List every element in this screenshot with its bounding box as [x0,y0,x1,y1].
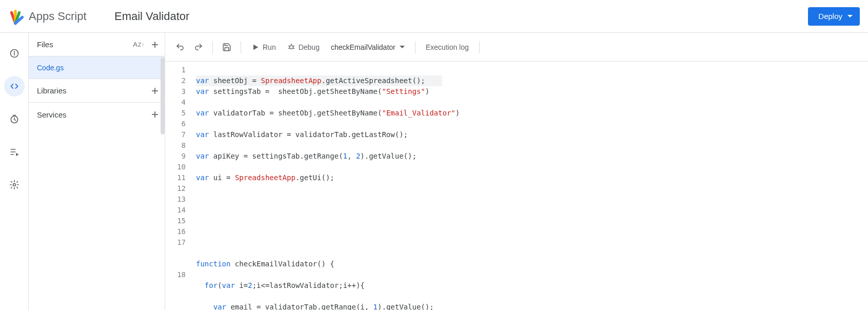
sort-az-icon: A [133,41,137,48]
line-number: 9 [165,151,186,162]
undo-icon [175,43,185,52]
redo-icon [194,43,203,52]
bug-icon [287,43,295,51]
line-number: 15 [165,216,186,226]
services-section-header: Services + [29,103,165,126]
function-select[interactable]: checkEmailValidator [326,38,410,56]
code-content[interactable]: var sheetObj = SpreadsheetApp.getActiveS… [193,65,868,310]
svg-point-3 [14,51,14,52]
chevron-down-icon [400,46,405,48]
add-library-button[interactable]: + [151,85,159,97]
toolbar-separator [415,41,416,53]
deploy-label: Deploy [818,12,842,21]
rail-overview[interactable] [4,43,25,64]
svg-marker-13 [253,44,258,50]
chevron-down-icon [847,15,853,17]
svg-line-17 [293,46,294,46]
svg-line-19 [293,48,294,48]
redo-button[interactable] [190,38,207,56]
svg-point-14 [289,45,293,49]
line-number: 8 [165,140,186,151]
execution-log-label: Execution log [426,43,469,51]
line-number: 12 [165,183,186,194]
info-icon [9,48,19,59]
line-number: 7 [165,129,186,140]
left-rail [0,33,29,310]
run-label: Run [263,43,276,51]
file-item-code-gs[interactable]: Code.gs [29,56,165,79]
debug-button[interactable]: Debug [282,38,325,56]
debug-label: Debug [299,43,320,51]
deploy-button[interactable]: Deploy [808,7,860,26]
add-service-button[interactable]: + [151,108,159,121]
product-name: Apps Script [29,10,87,23]
line-number [165,248,186,259]
svg-point-0 [14,22,16,24]
svg-marker-11 [16,153,18,157]
function-select-label: checkEmailValidator [331,43,396,51]
svg-line-18 [288,48,289,48]
libraries-section-header: Libraries + [29,79,165,103]
line-number: 17 [165,237,186,248]
line-number: 18 [165,269,186,280]
rail-editor[interactable] [4,76,25,96]
toolbar-separator [241,41,241,53]
rail-triggers[interactable] [4,109,25,129]
save-button[interactable] [218,38,235,56]
editor-toolbar: Run Debug checkEmailValidator Execution … [165,33,868,62]
files-section-header: Files AZ↓ + [29,33,165,56]
toolbar-separator [212,41,213,53]
line-gutter: 1 2 3 4 5 6 7 8 9 10 11 12 13 14 15 16 1… [165,65,193,310]
line-number: 5 [165,108,186,119]
code-icon [9,81,19,91]
logo-wrap: Apps Script [6,7,111,26]
libraries-label: Libraries [37,86,67,95]
line-number: 10 [165,162,186,172]
services-label: Services [37,110,67,119]
line-number: 16 [165,226,186,237]
sidebar-scrollbar-thumb[interactable] [161,57,165,134]
line-number [165,259,186,269]
file-sidebar: Files AZ↓ + Code.gs Libraries + Services… [29,33,165,310]
sort-files-button[interactable]: AZ↓ [133,41,144,48]
line-number: 3 [165,86,186,97]
clock-icon [9,114,19,124]
line-number: 1 [165,65,186,75]
execution-log-button[interactable]: Execution log [421,38,474,56]
svg-line-16 [288,46,289,46]
line-number: 11 [165,172,186,183]
line-number: 14 [165,205,186,216]
file-item-label: Code.gs [37,64,64,72]
gear-icon [9,180,19,190]
list-play-icon [9,147,19,157]
save-icon [222,43,231,52]
svg-line-6 [14,120,16,121]
files-label: Files [37,40,53,49]
run-button[interactable]: Run [246,38,281,56]
svg-point-12 [13,184,15,186]
undo-button[interactable] [171,38,189,56]
rail-executions[interactable] [4,142,25,162]
apps-script-logo-icon [6,7,25,26]
rail-settings[interactable] [4,175,25,195]
editor-pane: Run Debug checkEmailValidator Execution … [165,33,868,310]
toolbar-separator [479,41,480,53]
line-number: 6 [165,119,186,129]
top-bar: Apps Script Email Validator Deploy [0,0,868,33]
play-icon [251,43,260,51]
add-file-button[interactable]: + [151,38,159,51]
line-number: 4 [165,97,186,108]
line-number: 13 [165,194,186,205]
line-number: 2 [165,75,186,86]
code-editor[interactable]: 1 2 3 4 5 6 7 8 9 10 11 12 13 14 15 16 1… [165,62,868,310]
project-name[interactable]: Email Validator [114,10,189,23]
